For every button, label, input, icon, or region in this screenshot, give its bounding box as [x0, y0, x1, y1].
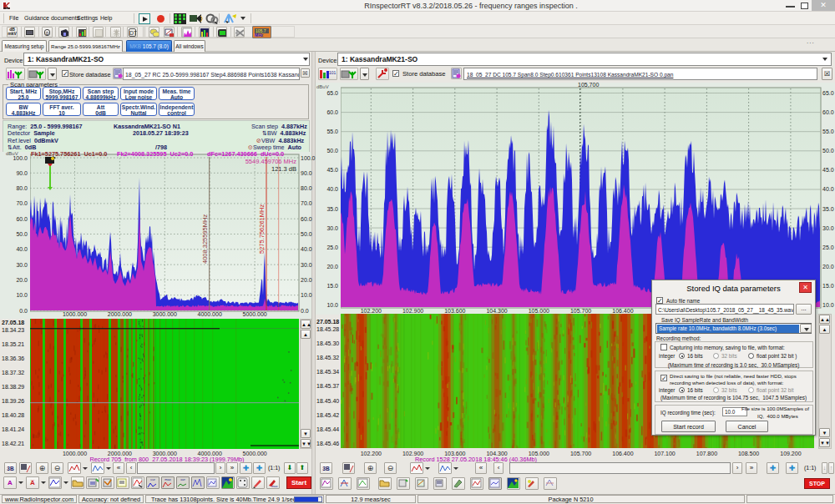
- svg-text:max: max: [271, 484, 278, 488]
- svg-text:121.3 dB: 121.3 dB: [271, 165, 296, 173]
- svg-text:5275.756261MHz: 5275.756261MHz: [258, 204, 266, 254]
- svg-text:101: 101: [329, 70, 337, 75]
- svg-text:MHz: MHz: [255, 33, 264, 38]
- svg-text:4008.325595MHz: 4008.325595MHz: [201, 214, 209, 264]
- svg-text:5549.459706 MHz: 5549.459706 MHz: [245, 158, 297, 165]
